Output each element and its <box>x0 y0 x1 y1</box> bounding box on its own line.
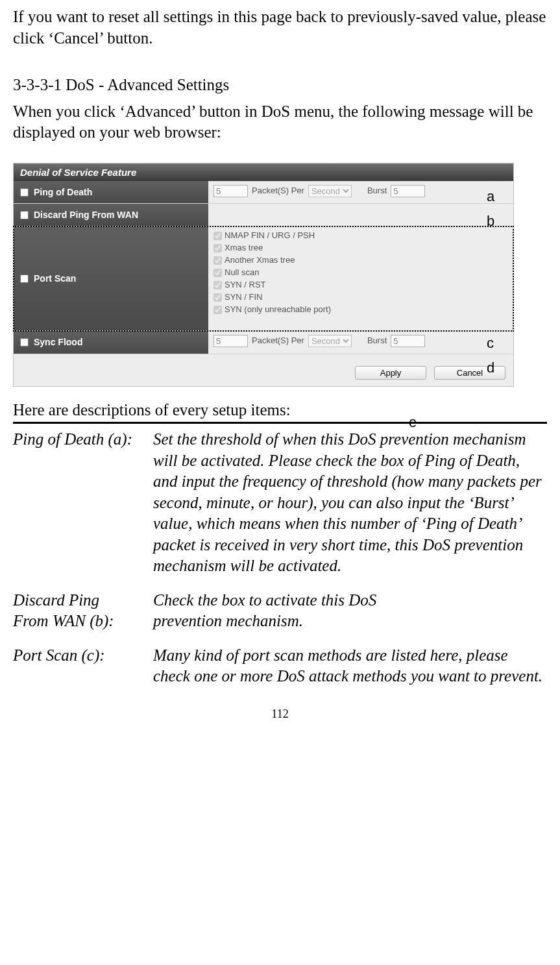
callout-d: d <box>487 359 494 378</box>
port-scan-method-checkbox[interactable] <box>213 281 222 289</box>
desc-right: Many kind of port scan methods are liste… <box>153 645 547 687</box>
port-scan-method-checkbox[interactable] <box>213 293 222 302</box>
port-scan-method-checkbox[interactable] <box>213 244 222 252</box>
ping-of-death-controls: Packet(S) Per Second Burst <box>208 181 513 201</box>
dos-buttons: Apply Cancel <box>14 354 513 386</box>
ping-of-death-packets-input[interactable] <box>213 185 248 197</box>
port-scan-left: Port Scan <box>14 226 208 330</box>
descriptions-intro: Here are descriptions of every setup ite… <box>13 400 547 424</box>
discard-ping-controls <box>208 204 513 212</box>
port-scan-method: Xmas tree <box>213 243 263 254</box>
intro-paragraph: If you want to reset all settings in thi… <box>13 6 547 49</box>
dos-panel: Denial of Service Feature Ping of Death … <box>13 163 514 387</box>
port-scan-row: Port Scan NMAP FIN / URG / PSH Xmas tree… <box>14 226 513 331</box>
port-scan-method-checkbox[interactable] <box>213 306 222 314</box>
discard-ping-row: Discard Ping From WAN <box>14 204 513 226</box>
ping-of-death-burst-label: Burst <box>367 186 387 197</box>
desc-left: Port Scan (c): <box>13 645 153 687</box>
descriptions-table: Ping of Death (a): Set the threshold of … <box>13 429 547 687</box>
port-scan-method: Null scan <box>213 267 259 278</box>
section-heading: 3-3-3-1 DoS - Advanced Settings <box>13 75 547 96</box>
desc-left: Discard Ping From WAN (b): <box>13 590 153 632</box>
section-paragraph: When you click ‘Advanced’ button in DoS … <box>13 101 547 143</box>
sync-flood-label: Sync Flood <box>34 336 82 348</box>
callout-b: b <box>487 212 494 231</box>
ping-of-death-row: Ping of Death Packet(S) Per Second Burst <box>14 181 513 204</box>
ping-of-death-label: Ping of Death <box>34 186 92 198</box>
page-number: 112 <box>13 707 547 722</box>
sync-flood-unit-select[interactable]: Second <box>308 335 352 347</box>
desc-left: Ping of Death (a): <box>13 429 153 577</box>
port-scan-method: SYN (only unreachable port) <box>213 304 331 315</box>
port-scan-methods: NMAP FIN / URG / PSH Xmas tree Another X… <box>208 226 513 319</box>
apply-button[interactable]: Apply <box>355 366 426 380</box>
dos-panel-title: Denial of Service Feature <box>14 164 513 182</box>
ping-of-death-burst-input[interactable] <box>391 185 425 197</box>
port-scan-method: Another Xmas tree <box>213 255 295 266</box>
port-scan-method: SYN / RST <box>213 280 266 291</box>
port-scan-checkbox[interactable] <box>20 275 29 283</box>
ping-of-death-unit-select[interactable]: Second <box>308 185 352 197</box>
port-scan-method-checkbox[interactable] <box>213 256 222 265</box>
sync-flood-left: Sync Flood <box>14 331 208 353</box>
callout-e: e <box>409 413 417 432</box>
desc-row-ping-of-death: Ping of Death (a): Set the threshold of … <box>13 429 547 577</box>
callout-a: a <box>487 188 494 206</box>
sync-flood-controls: Packet(S) Per Second Burst <box>208 331 513 351</box>
port-scan-method-checkbox[interactable] <box>213 269 222 277</box>
desc-row-discard-ping: Discard Ping From WAN (b): Check the box… <box>13 590 547 632</box>
ping-of-death-left: Ping of Death <box>14 181 208 203</box>
desc-row-port-scan: Port Scan (c): Many kind of port scan me… <box>13 645 547 687</box>
sync-flood-packets-input[interactable] <box>213 335 248 347</box>
port-scan-method: NMAP FIN / URG / PSH <box>213 230 315 241</box>
discard-ping-label: Discard Ping From WAN <box>34 209 138 221</box>
discard-ping-checkbox[interactable] <box>20 211 29 219</box>
ping-of-death-checkbox[interactable] <box>20 188 29 197</box>
sync-flood-packets-label: Packet(S) Per <box>252 336 304 347</box>
sync-flood-checkbox[interactable] <box>20 338 29 347</box>
desc-right: Check the box to activate this DoS preve… <box>153 590 547 632</box>
dos-screenshot: Denial of Service Feature Ping of Death … <box>13 163 547 387</box>
port-scan-method: SYN / FIN <box>213 292 263 303</box>
sync-flood-row: Sync Flood Packet(S) Per Second Burst <box>14 331 513 354</box>
ping-of-death-packets-label: Packet(S) Per <box>252 186 304 197</box>
callout-c: c <box>487 334 494 353</box>
discard-ping-left: Discard Ping From WAN <box>14 204 208 226</box>
desc-right: Set the threshold of when this DoS preve… <box>153 429 547 577</box>
port-scan-method-checkbox[interactable] <box>213 232 222 240</box>
cancel-button[interactable]: Cancel <box>434 366 505 380</box>
sync-flood-burst-input[interactable] <box>391 335 425 347</box>
port-scan-label: Port Scan <box>34 273 76 284</box>
sync-flood-burst-label: Burst <box>367 336 387 347</box>
